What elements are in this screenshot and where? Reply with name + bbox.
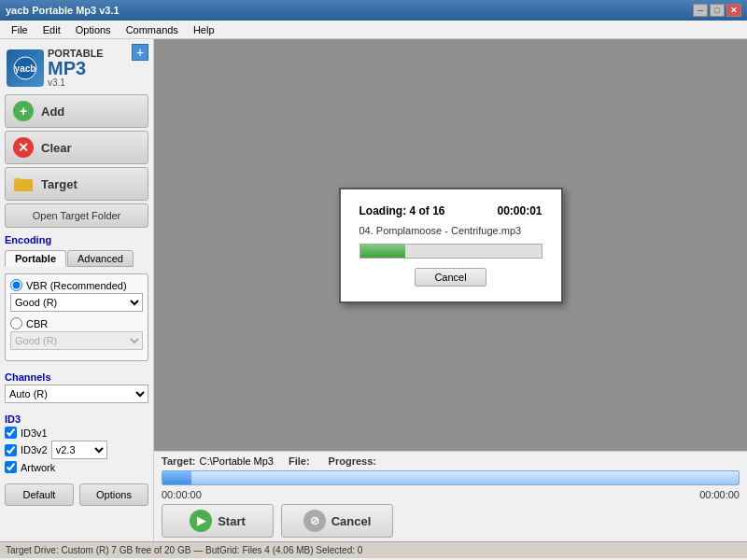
main-progress-bar [162, 470, 740, 485]
loading-title-row: Loading: 4 of 16 00:00:01 [359, 204, 543, 217]
open-target-folder-label: Open Target Folder [33, 210, 121, 221]
id3v1-label: ID3v1 [21, 427, 48, 439]
menu-bar: File Edit Options Commands Help [0, 21, 747, 39]
info-row: Target: C:\Portable Mp3 File: Progress: [162, 455, 740, 467]
status-bar: Target Drive: Custom (R) 7 GB free of 20… [0, 541, 747, 558]
left-panel: yacb PORTABLE MP3 v3.1 + + Add ✕ Clear [0, 39, 154, 541]
vbr-select-row: Good (R) [10, 293, 143, 312]
menu-options[interactable]: Options [68, 22, 119, 37]
encoding-panel: VBR (Recommended) Good (R) CBR Good (R) [5, 273, 148, 361]
loading-dialog: Loading: 4 of 16 00:00:01 04. Pomplamoos… [339, 188, 563, 303]
loading-filename: 04. Pomplamoose - Centrifuge.mp3 [359, 225, 543, 236]
channels-section: Channels Auto (R) [5, 368, 148, 403]
dialog-cancel-button[interactable]: Cancel [415, 268, 486, 287]
id3-section: ID3 ID3v1 ID3v2 v2.3 Artwork [5, 410, 148, 475]
menu-commands[interactable]: Commands [119, 22, 186, 37]
status-bar-text: Target Drive: Custom (R) 7 GB free of 20… [6, 545, 362, 555]
action-buttons-row: ▶ Start ⊘ Cancel [162, 504, 740, 538]
cbr-label: CBR [26, 318, 48, 329]
file-label: File: [289, 455, 310, 467]
artwork-row: Artwork [5, 461, 148, 473]
time-start: 00:00:00 [162, 489, 202, 500]
open-target-folder-button[interactable]: Open Target Folder [5, 203, 148, 228]
minimize-button[interactable]: ─ [693, 4, 708, 17]
cbr-radio[interactable] [10, 317, 22, 329]
loading-progress-fill [360, 245, 406, 258]
logo-area: yacb PORTABLE MP3 v3.1 + [5, 44, 148, 91]
loading-progress-bar [359, 244, 543, 259]
vbr-label: VBR (Recommended) [26, 280, 127, 291]
target-button[interactable]: Target [5, 167, 148, 201]
logo-version-text: v3.1 [48, 77, 104, 88]
target-info: Target: C:\Portable Mp3 [162, 455, 274, 467]
title-bar-controls: ─ □ ✕ [693, 4, 741, 17]
cbr-radio-row: CBR [10, 317, 143, 329]
close-button[interactable]: ✕ [726, 4, 741, 17]
file-info: File: [289, 455, 314, 467]
main-cancel-button[interactable]: ⊘ Cancel [281, 504, 393, 538]
target-folder-icon [13, 174, 34, 194]
tab-advanced[interactable]: Advanced [67, 250, 134, 267]
id3v1-checkbox[interactable] [5, 427, 17, 439]
cancel-icon: ⊘ [303, 510, 326, 532]
id3-section-label: ID3 [5, 413, 148, 425]
tab-portable[interactable]: Portable [5, 250, 66, 267]
progress-label: Progress: [329, 455, 376, 467]
title-bar: yacb Portable Mp3 v3.1 ─ □ ✕ [0, 0, 747, 21]
loading-progress-text: Loading: 4 of 16 [359, 204, 445, 217]
id3v2-checkbox[interactable] [5, 444, 17, 456]
id3v2-label: ID3v2 [21, 444, 48, 455]
encoding-section-label: Encoding [5, 234, 148, 245]
add-button[interactable]: + Add [5, 94, 148, 128]
clear-button[interactable]: ✕ Clear [5, 131, 148, 164]
menu-help[interactable]: Help [186, 22, 222, 37]
main-container: yacb PORTABLE MP3 v3.1 + + Add ✕ Clear [0, 39, 747, 541]
add-button-label: Add [41, 105, 64, 119]
id3v2-row: ID3v2 v2.3 [5, 441, 148, 459]
options-button[interactable]: Options [79, 483, 148, 506]
clear-button-label: Clear [41, 141, 72, 155]
maximize-button[interactable]: □ [710, 4, 725, 17]
id3v1-row: ID3v1 [5, 427, 148, 439]
cbr-select-row: Good (R) [10, 331, 143, 350]
main-progress-fill [162, 471, 191, 484]
cancel-button-label: Cancel [331, 514, 372, 528]
artwork-checkbox[interactable] [5, 461, 17, 473]
time-end: 00:00:00 [699, 489, 740, 500]
channels-section-label: Channels [5, 371, 148, 383]
start-button[interactable]: ▶ Start [162, 504, 274, 538]
loading-time-text: 00:00:01 [497, 204, 542, 217]
channels-select[interactable]: Auto (R) [5, 385, 148, 403]
time-row: 00:00:00 00:00:00 [162, 489, 740, 500]
start-icon: ▶ [190, 510, 212, 532]
bottom-buttons: Default Options [5, 483, 148, 506]
logo-mp3-text: MP3 [48, 59, 104, 77]
clear-icon: ✕ [13, 137, 34, 158]
vbr-radio[interactable] [10, 279, 22, 291]
artwork-label: Artwork [21, 462, 55, 473]
bottom-info-panel: Target: C:\Portable Mp3 File: Progress: … [154, 451, 747, 541]
vbr-radio-row: VBR (Recommended) [10, 279, 143, 291]
content-area: Loading: 4 of 16 00:00:01 04. Pomplamoos… [154, 39, 747, 451]
logo-icon: yacb [7, 49, 44, 87]
menu-edit[interactable]: Edit [35, 22, 68, 37]
logo-text: PORTABLE MP3 v3.1 [48, 48, 104, 88]
progress-info: Progress: [329, 455, 376, 467]
target-value: C:\Portable Mp3 [199, 455, 273, 467]
svg-text:yacb: yacb [15, 63, 36, 74]
vbr-quality-select[interactable]: Good (R) [10, 293, 143, 312]
id3v2-version-select[interactable]: v2.3 [51, 441, 107, 459]
title-bar-text: yacb Portable Mp3 v3.1 [6, 5, 120, 16]
default-button[interactable]: Default [5, 483, 74, 506]
target-label: Target: [162, 455, 195, 467]
encoding-tabs: Portable Advanced [5, 250, 148, 267]
menu-file[interactable]: File [4, 22, 35, 37]
start-button-label: Start [218, 514, 246, 528]
add-icon: + [13, 101, 34, 121]
cbr-quality-select[interactable]: Good (R) [10, 331, 143, 350]
target-button-label: Target [41, 177, 78, 191]
small-add-button[interactable]: + [132, 44, 148, 61]
right-panel: Loading: 4 of 16 00:00:01 04. Pomplamoos… [154, 39, 747, 541]
svg-rect-4 [14, 179, 33, 191]
